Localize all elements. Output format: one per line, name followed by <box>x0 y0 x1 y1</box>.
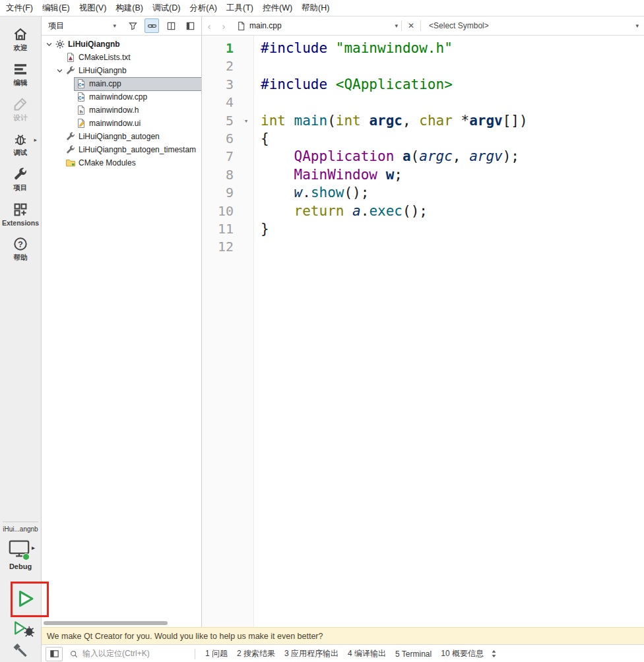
build-button[interactable] <box>11 640 29 659</box>
tree-item-autogen[interactable]: LiHuiQiangnb_autogen <box>42 130 201 143</box>
line-number: 10 <box>202 202 234 220</box>
line-number: 7 <box>202 148 234 166</box>
mode-label: Extensions <box>2 219 39 227</box>
code-line <box>261 57 644 75</box>
expander-chevron-icon[interactable] <box>44 42 53 47</box>
main-column: 项目 ▾ <box>42 16 644 662</box>
fold-margin-cell <box>239 202 253 220</box>
output-panes: 1 问题2 搜索结果3 应用程序输出4 编译输出5 Terminal10 概要信… <box>201 648 488 659</box>
sync-with-editor-button[interactable] <box>145 18 159 33</box>
fold-margin-cell <box>239 184 253 202</box>
code-editor[interactable]: 123456789101112 ▾ #include "mainwindow.h… <box>202 36 644 627</box>
body-row: 欢迎编辑设计▸调试项目Extensions?帮助 iHui...angnb ▸ … <box>0 16 644 662</box>
debug-icon <box>13 131 28 147</box>
split-icon <box>166 21 176 31</box>
tree-horizontal-scrollbar[interactable] <box>42 618 201 627</box>
close-document-button[interactable]: ✕ <box>402 21 420 30</box>
code-line: QApplication a(argc, argv); <box>261 148 644 166</box>
line-number: 11 <box>202 220 234 238</box>
code-line: int main(int argc, char *argv[]) <box>261 112 644 130</box>
fold-margin-cell <box>239 40 253 57</box>
code-line: #include "mainwindow.h" <box>261 40 644 57</box>
tree-item-label: CMakeLists.txt <box>79 53 133 62</box>
fold-margin-cell <box>239 220 253 238</box>
menu-item-7[interactable]: 控件(W) <box>258 0 297 16</box>
run-button[interactable] <box>15 587 37 610</box>
tree-item-label: LiHuiQiangnb_autogen <box>79 132 162 141</box>
output-pane-4[interactable]: 5 Terminal <box>391 649 436 659</box>
tree-item-cmake-modules[interactable]: CMake Modules <box>42 156 201 169</box>
mode-debug[interactable]: ▸调试 <box>0 127 41 162</box>
symbol-selector-dropdown[interactable]: <Select Symbol> ▾ <box>421 21 644 30</box>
tree-item-mainwindow-cpp[interactable]: C+mainwindow.cpp <box>42 90 201 104</box>
tree-item-main-cpp[interactable]: C+main.cpp <box>42 77 201 90</box>
notification-message: We make Qt Creator for you. Would you li… <box>47 632 323 641</box>
output-pane-3[interactable]: 4 编译输出 <box>343 648 391 659</box>
line-number: 12 <box>202 238 234 256</box>
document-icon <box>236 21 246 31</box>
menu-item-0[interactable]: 文件(F) <box>1 0 38 16</box>
panel-selector-dropdown[interactable]: 项目 ▾ <box>46 19 119 33</box>
mode-sidebar: 欢迎编辑设计▸调试项目Extensions?帮助 iHui...angnb ▸ … <box>0 16 42 662</box>
fold-margin-cell <box>239 148 253 166</box>
panel-icon <box>185 21 195 31</box>
output-pane-5[interactable]: 10 概要信息 <box>436 648 488 659</box>
target-flyout-arrow-icon[interactable]: ▸ <box>32 544 35 551</box>
statusbar-separator <box>195 649 195 659</box>
menu-item-8[interactable]: 帮助(H) <box>297 0 334 16</box>
svg-text:C+: C+ <box>79 82 84 87</box>
tree-item-label: mainwindow.h <box>89 105 141 115</box>
mode-edit[interactable]: 编辑 <box>0 57 41 92</box>
split-view-button[interactable] <box>164 18 178 33</box>
filter-button[interactable] <box>125 18 140 33</box>
menu-item-3[interactable]: 构建(B) <box>111 0 148 16</box>
scrollbar-thumb[interactable] <box>44 621 168 625</box>
code-line: w.show(); <box>261 184 644 202</box>
build-config-label[interactable]: Debug <box>0 562 41 570</box>
menu-item-4[interactable]: 调试(D) <box>148 0 185 16</box>
tree-item-mainwindow-ui[interactable]: mainwindow.ui <box>42 117 201 130</box>
wrench-small-icon <box>65 65 76 76</box>
tree-item-project-root[interactable]: LiHuiQiangnb <box>42 38 201 51</box>
output-pane-0[interactable]: 1 问题 <box>201 648 232 659</box>
tree-item-label: CMake Modules <box>79 158 139 167</box>
fold-marker-icon[interactable]: ▾ <box>239 112 253 130</box>
code-line: #include <QApplication> <box>261 76 644 94</box>
mode-list: 欢迎编辑设计▸调试项目Extensions?帮助 <box>0 16 41 266</box>
close-panel-button[interactable] <box>183 18 197 33</box>
output-pane-2[interactable]: 3 应用程序输出 <box>280 648 343 659</box>
mode-help[interactable]: ?帮助 <box>0 231 41 266</box>
tree-item-autogen-timestamp[interactable]: LiHuiQiangnb_autogen_timestam <box>42 143 201 156</box>
code-area[interactable]: #include "mainwindow.h"#include <QApplic… <box>254 36 644 627</box>
line-number: 1 <box>202 40 234 57</box>
edit-icon <box>13 61 28 77</box>
locator-input[interactable]: 输入以定位(Ctrl+K) <box>69 648 189 659</box>
open-document-dropdown[interactable]: main.cpp ▾ <box>231 21 401 31</box>
output-pane-1[interactable]: 2 搜索结果 <box>232 648 280 659</box>
expander-chevron-icon[interactable] <box>55 68 64 74</box>
cpp-file-icon: C+ <box>76 78 86 89</box>
menu-item-6[interactable]: 工具(T) <box>222 0 258 16</box>
output-pane-arrows-icon[interactable] <box>490 649 498 659</box>
menu-item-2[interactable]: 视图(V) <box>75 0 112 16</box>
navigate-back-button[interactable]: ‹ <box>202 20 216 32</box>
navigate-forward-button[interactable]: › <box>216 20 231 32</box>
menu-item-1[interactable]: 编辑(E) <box>38 0 75 16</box>
mode-welcome[interactable]: 欢迎 <box>0 22 41 57</box>
mode-design[interactable]: 设计 <box>0 92 41 127</box>
toggle-sidebar-button[interactable] <box>46 647 63 661</box>
tree-item-mainwindow-h[interactable]: hmainwindow.h <box>42 104 201 117</box>
cpp-file-icon: C+ <box>76 92 86 102</box>
search-icon <box>69 649 79 659</box>
menu-item-5[interactable]: 分析(A) <box>185 0 222 16</box>
start-debug-button[interactable] <box>12 619 36 638</box>
mode-label: 项目 <box>14 183 28 193</box>
mode-extensions[interactable]: Extensions <box>0 196 41 231</box>
extensions-icon <box>13 202 28 218</box>
mode-projects[interactable]: 项目 <box>0 162 41 196</box>
fold-margin-cell <box>239 166 253 184</box>
tree-item-subproject[interactable]: LiHuiQiangnb <box>42 64 201 77</box>
tree-item-cmakelists[interactable]: CMakeLists.txt <box>42 51 201 64</box>
home-icon <box>13 26 28 42</box>
sidebar-toggle-icon <box>49 649 59 659</box>
